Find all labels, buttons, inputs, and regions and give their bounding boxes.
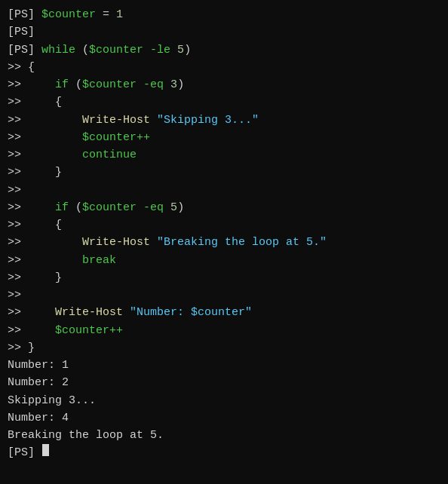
line-7: >> Write-Host "Skipping 3..." [8, 112, 440, 129]
line-18: >> Write-Host "Number: $counter" [8, 304, 440, 321]
final-prompt[interactable]: [PS] [8, 444, 440, 461]
line-3: [PS] while ($counter -le 5) [8, 41, 440, 59]
ps-prompt: [PS] [8, 6, 41, 23]
line-1: [PS] $counter = 1 [8, 6, 440, 23]
cursor [42, 444, 49, 456]
line-4: >> { [8, 59, 440, 76]
line-10: >> } [8, 164, 440, 181]
line-19: >> $counter++ [8, 322, 440, 339]
output-1: Number: 1 [8, 357, 440, 374]
line-16: >> } [8, 269, 440, 286]
output-4: Number: 4 [8, 409, 440, 427]
line-11: >> [8, 182, 440, 199]
output-2: Number: 2 [8, 374, 440, 391]
line-5: >> if ($counter -eq 3) [8, 76, 440, 93]
line-12: >> if ($counter -eq 5) [8, 199, 440, 216]
line-6: >> { [8, 93, 440, 111]
terminal: [PS] $counter = 1 [PS] [PS] while ($coun… [0, 0, 448, 484]
line-2: [PS] [8, 23, 440, 41]
output-3: Skipping 3... [8, 392, 440, 409]
output-5: Breaking the loop at 5. [8, 427, 440, 444]
line-15: >> break [8, 252, 440, 269]
line-8: >> $counter++ [8, 129, 440, 146]
line-9: >> continue [8, 146, 440, 164]
line-14: >> Write-Host "Breaking the loop at 5." [8, 234, 440, 251]
line-20: >> } [8, 339, 440, 357]
var-counter: $counter [41, 6, 96, 23]
line-13: >> { [8, 216, 440, 234]
line-17: >> [8, 286, 440, 304]
